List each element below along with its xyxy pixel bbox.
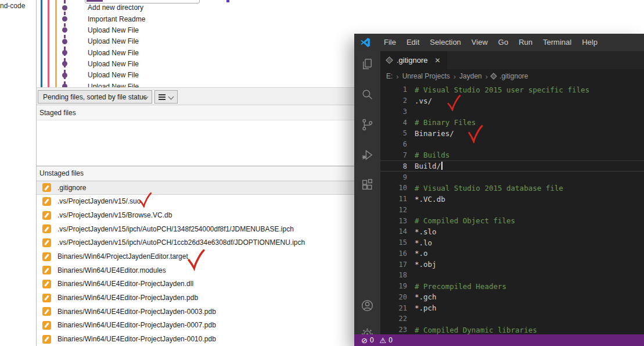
line-number: 1 bbox=[380, 85, 407, 94]
commit-message: Upload New File bbox=[88, 83, 139, 87]
unstaged-file-row[interactable]: Binaries/Win64/UE4Editor-ProjectJayden.d… bbox=[37, 277, 360, 291]
staged-files-empty-area[interactable] bbox=[37, 120, 360, 166]
editor-line[interactable]: 5 Binaries/ bbox=[380, 128, 644, 139]
menu-item[interactable]: Go bbox=[493, 34, 513, 51]
commit-row[interactable]: Upload New File bbox=[37, 24, 360, 35]
menu-item[interactable]: File bbox=[379, 34, 401, 51]
menu-item[interactable]: Edit bbox=[401, 34, 424, 51]
breadcrumb-segment[interactable]: Unreal Projects › bbox=[402, 72, 459, 81]
tab-gitignore[interactable]: .gitignore ✕ bbox=[380, 51, 448, 69]
commit-row[interactable]: Important Readme bbox=[37, 13, 360, 24]
line-number: 15 bbox=[380, 238, 407, 247]
run-debug-icon[interactable] bbox=[360, 148, 375, 162]
vscode-status-bar: ⊘ 0 ⚠ 0 bbox=[354, 334, 644, 346]
unstaged-file-row[interactable]: .vs/ProjectJayden/v15/ipch/AutoPCH/1348f… bbox=[37, 222, 360, 236]
editor-line[interactable]: 8 Build/ bbox=[380, 160, 644, 172]
editor-line[interactable]: 11 *.VC.db bbox=[380, 194, 644, 205]
modified-file-icon bbox=[42, 211, 51, 220]
editor-line[interactable]: 10 # Visual Studio 2015 database file bbox=[380, 183, 644, 194]
code-editor[interactable]: 1 # Visual Studio 2015 user specific fil… bbox=[380, 83, 644, 334]
unstaged-file-row[interactable]: .vs/ProjectJayden/v15/.suo bbox=[37, 195, 360, 209]
editor-line[interactable]: 19 # Precompiled Headers bbox=[380, 281, 644, 292]
commit-node-dot bbox=[62, 61, 67, 66]
pending-files-filter-dropdown[interactable]: Pending files, sorted by file status bbox=[38, 90, 152, 104]
line-number: 20 bbox=[380, 293, 407, 301]
editor-line[interactable]: 20 *.gch bbox=[380, 292, 644, 303]
explorer-icon[interactable] bbox=[360, 57, 375, 72]
line-number: 11 bbox=[380, 195, 407, 203]
modified-file-icon bbox=[42, 307, 51, 316]
breadcrumb-segments: E: › Unreal Projects › Jayden › bbox=[386, 72, 491, 81]
unstaged-file-row[interactable]: Binaries/Win64/UE4Editor-ProjectJayden.p… bbox=[37, 291, 360, 305]
line-number: 8 bbox=[380, 162, 407, 170]
editor-line[interactable]: 4 # Binary Files bbox=[380, 117, 644, 128]
gitignore-file-icon bbox=[386, 56, 393, 64]
editor-line[interactable]: 14 *.slo bbox=[380, 226, 644, 237]
search-icon[interactable] bbox=[360, 87, 375, 102]
editor-line[interactable]: 12 bbox=[380, 204, 644, 215]
modified-file-icon bbox=[42, 183, 51, 192]
editor-line[interactable]: 1 # Visual Studio 2015 user specific fil… bbox=[380, 84, 644, 95]
problems-warnings[interactable]: ⚠ 0 bbox=[380, 336, 393, 344]
breadcrumb-file[interactable]: .gitignore bbox=[491, 72, 528, 80]
editor-line[interactable]: 23 # Compiled Dynamic libraries bbox=[380, 324, 644, 334]
line-number: 7 bbox=[380, 151, 407, 159]
menu-item[interactable]: Help bbox=[577, 34, 603, 51]
line-text: .vs/ bbox=[415, 97, 432, 105]
unstaged-file-row[interactable]: .gitignore bbox=[37, 181, 360, 195]
unstaged-file-row[interactable]: Binaries/Win64/UE4Editor-ProjectJayden-0… bbox=[37, 332, 360, 346]
commit-row[interactable]: Upload New File bbox=[37, 47, 360, 58]
line-number: 2 bbox=[380, 97, 407, 105]
commit-row[interactable]: Upload New File bbox=[37, 58, 360, 69]
text-cursor bbox=[441, 162, 442, 170]
tab-close-icon[interactable]: ✕ bbox=[434, 56, 440, 65]
editor-line[interactable]: 17 *.obj bbox=[380, 259, 644, 270]
editor-line[interactable]: 22 bbox=[380, 313, 644, 324]
editor-line[interactable]: 18 bbox=[380, 270, 644, 281]
extensions-icon[interactable] bbox=[360, 178, 375, 192]
line-number: 9 bbox=[380, 173, 407, 181]
warning-icon: ⚠ bbox=[380, 337, 387, 344]
account-icon[interactable] bbox=[360, 298, 375, 313]
commit-row[interactable]: Upload New File bbox=[37, 81, 360, 87]
line-number: 18 bbox=[380, 271, 407, 279]
commit-node-dot bbox=[62, 73, 67, 78]
editor-line[interactable]: 6 bbox=[380, 139, 644, 150]
menu-item[interactable]: Terminal bbox=[538, 34, 577, 51]
breadcrumb[interactable]: E: › Unreal Projects › Jayden › bbox=[380, 69, 644, 83]
line-text: # Precompiled Headers bbox=[415, 282, 506, 291]
commit-message: Upload New File bbox=[88, 49, 139, 57]
menu-item[interactable]: Run bbox=[513, 34, 538, 51]
problems-errors[interactable]: ⊘ 0 bbox=[361, 336, 374, 344]
branch-name-fragment: nd-code bbox=[0, 2, 25, 10]
breadcrumb-segment[interactable]: E: › bbox=[386, 72, 402, 81]
commit-row[interactable]: Upload New File bbox=[37, 70, 360, 81]
breadcrumb-segment[interactable]: Jayden › bbox=[459, 72, 491, 81]
line-number: 17 bbox=[380, 261, 407, 269]
editor-line[interactable]: 15 *.lo bbox=[380, 237, 644, 248]
editor-line[interactable]: 13 # Compiled Object files bbox=[380, 215, 644, 226]
editor-line[interactable]: 21 *.pch bbox=[380, 302, 644, 313]
staged-files-header: Staged files bbox=[37, 105, 360, 120]
commit-row[interactable]: Add new directory bbox=[37, 2, 360, 13]
source-control-icon[interactable] bbox=[360, 117, 375, 132]
unstaged-file-row[interactable]: .vs/ProjectJayden/v15/Browse.VC.db bbox=[37, 208, 360, 222]
editor-line[interactable]: 2 .vs/ bbox=[380, 95, 644, 106]
breadcrumb-separator: › bbox=[454, 72, 456, 81]
unstaged-file-row[interactable]: Binaries/Win64/UE4Editor-ProjectJayden-0… bbox=[37, 319, 360, 333]
editor-line[interactable]: 16 *.o bbox=[380, 248, 644, 259]
line-text: # Builds bbox=[415, 151, 449, 159]
editor-line[interactable]: 3 bbox=[380, 106, 644, 117]
editor-line[interactable]: 7 # Builds bbox=[380, 150, 644, 161]
commit-message: Upload New File bbox=[88, 37, 139, 45]
editor-line[interactable]: 9 bbox=[380, 172, 644, 183]
menu-item[interactable]: Selection bbox=[424, 34, 466, 51]
list-view-options-dropdown[interactable] bbox=[154, 90, 178, 104]
menu-item[interactable]: View bbox=[466, 34, 493, 51]
error-count: 0 bbox=[370, 336, 374, 344]
unstaged-file-row[interactable]: Binaries/Win64/UE4Editor-ProjectJayden-0… bbox=[37, 305, 360, 319]
file-path: .vs/ProjectJayden/v15/ipch/AutoPCH/1348f… bbox=[57, 225, 294, 233]
line-number: 10 bbox=[380, 184, 407, 192]
staged-files-label: Staged files bbox=[39, 109, 76, 117]
commit-row[interactable]: Upload New File bbox=[37, 36, 360, 47]
